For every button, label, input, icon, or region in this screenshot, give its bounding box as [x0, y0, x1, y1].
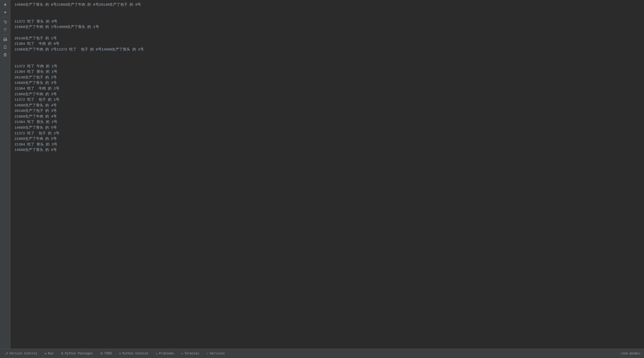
run-label: Run [48, 352, 54, 355]
python-packages-label: Python Packages [65, 352, 93, 355]
main-area: 14688生产了骨头 的 0号21868生产了牛肉 的 0号26140生产了包子… [0, 0, 644, 349]
output-line: 11372 吃了 骨头 的 0号 [15, 19, 640, 25]
todo-icon: ☰ [100, 352, 103, 355]
left-toolbar [0, 0, 10, 349]
python-console-icon: ⊙ [119, 352, 121, 355]
output-line: 14688生产了骨头 的 6号 [15, 147, 640, 153]
print-icon[interactable] [1, 36, 9, 43]
output-line: 21304 吃了 骨头 的 1号 [15, 69, 640, 75]
version-control-label: Version Control [9, 352, 37, 355]
output-line: 26140生产了包子 的 3号 [15, 108, 640, 114]
output-line [15, 52, 640, 58]
wrap-lines-icon[interactable] [1, 18, 9, 26]
terminal-tab[interactable]: ▭ Terminal [178, 349, 203, 358]
output-line [15, 13, 640, 19]
version-control-icon: ⎇ [5, 352, 8, 355]
output-line: 14688生产了骨头 的 0号21868生产了牛肉 的 0号26140生产了包子… [15, 2, 640, 8]
run-tab[interactable]: ▶ Run [41, 349, 57, 358]
output-line: 21304 吃了 骨头 的 3号 [15, 142, 640, 148]
svg-rect-1 [4, 40, 6, 41]
problems-icon: ⚠ [156, 352, 158, 355]
csdn-label: CSDN @出错on [621, 352, 640, 355]
output-line: 11372 吃了 包子 的 1号 [15, 97, 640, 103]
services-icon: ▷ [207, 352, 209, 355]
output-line [15, 30, 640, 36]
filter-icon[interactable] [1, 26, 9, 33]
content-area: 14688生产了骨头 的 0号21868生产了牛肉 的 0号26140生产了包子… [10, 0, 644, 349]
output-line: 21868生产了牛肉 的 1号14688生产了骨头 的 1号 [15, 24, 640, 30]
output-line: 21868生产了牛肉 的 3号 [15, 92, 640, 97]
output-line: 26140生产了包子 的 1号 [15, 36, 640, 41]
scroll-down-icon[interactable] [1, 9, 9, 16]
output-line: 21868生产了牛肉 的 4号 [15, 114, 640, 120]
svg-point-2 [6, 39, 6, 40]
python-console-tab[interactable]: ⊙ Python Console [116, 349, 152, 358]
toolbar-separator-2 [2, 34, 8, 35]
services-label: Services [210, 352, 225, 355]
version-control-tab[interactable]: ⎇ Version Control [1, 349, 41, 358]
todo-label: TODO [104, 352, 112, 355]
output-line: 26140生产了包子 的 2号 [15, 75, 640, 81]
output-line: 14688生产了骨头 的 5号 [15, 125, 640, 131]
python-packages-tab[interactable]: ☰ Python Packages [57, 349, 97, 358]
todo-tab[interactable]: ☰ TODO [97, 349, 116, 358]
output-line: 21868生产了牛肉 的 5号 [15, 136, 640, 142]
toolbar-separator-1 [2, 17, 8, 17]
output-line: 21304 吃了 牛肉 的 2号 [15, 86, 640, 92]
output-line: 21304 吃了 骨头 的 2号 [15, 119, 640, 125]
output-line: 11372 吃了 包子 的 2号 [15, 131, 640, 136]
pin-icon[interactable] [1, 1, 9, 8]
output-line: 11372 吃了 牛肉 的 1号 [15, 64, 640, 69]
output-line: 14688生产了骨头 的 4号 [15, 103, 640, 108]
problems-label: Problems [159, 352, 174, 355]
services-tab[interactable]: ▷ Services [203, 349, 229, 358]
terminal-label: Terminal [184, 352, 199, 355]
output-line: 14688生产了骨头 的 3号 [15, 80, 640, 86]
output-line: 21868生产了牛肉 的 2号11372 吃了 包子 的 0号14688生产了骨… [15, 47, 640, 53]
output-panel[interactable]: 14688生产了骨头 的 0号21868生产了牛肉 的 0号26140生产了包子… [10, 0, 644, 349]
svg-rect-0 [4, 38, 6, 39]
trash-icon[interactable] [1, 51, 9, 59]
terminal-icon: ▭ [181, 352, 183, 355]
bottom-right-info: CSDN @出错on [621, 352, 643, 355]
bottom-bar: ⎇ Version Control ▶ Run ☰ Python Package… [0, 349, 644, 358]
bookmark-icon[interactable] [1, 43, 9, 51]
problems-tab[interactable]: ⚠ Problems [152, 349, 178, 358]
output-line [15, 8, 640, 13]
run-icon: ▶ [45, 352, 47, 355]
output-line: 21304 吃了 牛肉 的 0号 [15, 41, 640, 47]
output-line [15, 58, 640, 64]
python-packages-icon: ☰ [61, 352, 63, 355]
python-console-label: Python Console [122, 352, 148, 355]
